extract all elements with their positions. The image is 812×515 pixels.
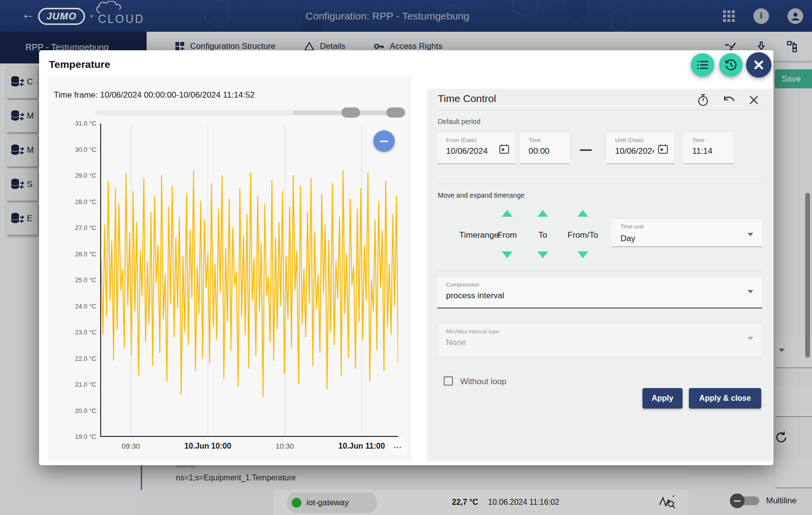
from-up-arrow[interactable] [502,210,513,217]
divider [438,110,762,110]
x-axis-tick: 09:30 [122,442,140,450]
move-expand-label: Move and expand timerange [438,191,524,199]
close-icon [753,60,764,70]
temperature-plot[interactable]: 09:30 10.Jun 10:00 10:30 10.Jun 11:00 [100,124,398,437]
close-panel-icon[interactable] [749,95,759,105]
divider [438,184,762,184]
to-down-arrow[interactable] [537,251,548,258]
minmax-interval-select[interactable]: Min/Max interval type None [437,324,762,355]
from-down-arrow[interactable] [502,251,513,258]
chevron-down-icon [748,290,753,293]
screen: ← JUMO · CLOUD Configuration: RPP - Test… [0,0,812,515]
dialog-title: Temperature [49,59,110,70]
default-period-label: Default period [438,118,480,125]
slider-handle-left[interactable] [342,107,360,118]
timerange-label: Timerange: [459,230,501,240]
x-axis-tick: 10.Jun 11:00 [339,442,385,451]
apply-close-button[interactable]: Apply & close [689,388,761,409]
time-unit-select[interactable]: Time unit Day [612,219,762,247]
chevron-down-icon [748,337,753,340]
chart-context-menu-button[interactable]: ... [389,437,406,454]
to-up-arrow[interactable] [537,210,548,217]
temperature-series [101,170,398,397]
time-frame-label: Time frame: 10/06/2024 00:00:00-10/06/20… [54,90,255,100]
date-range-dash [580,149,592,151]
temperature-dialog: Temperature Time frame: 10/06/2024 00:00… [39,50,773,465]
column-to-label: To [538,230,547,240]
divider [438,271,762,271]
history-clock-icon [725,59,737,71]
calendar-icon[interactable] [658,144,668,156]
without-loop-label: Without loop [460,377,507,387]
x-axis-tick: 10:30 [276,442,294,450]
undo-icon[interactable] [723,95,735,105]
from-date-field[interactable]: From (Date) 10/06/2024 [437,133,515,164]
time-control-panel: Time Control Default period From (Date) … [427,89,772,461]
until-time-field[interactable]: Time 11:14 [684,133,734,164]
slider-handle-right[interactable] [386,107,405,118]
calendar-icon[interactable] [499,144,510,156]
compression-select[interactable]: Compression process interval [437,277,762,309]
from-time-field[interactable]: Time 00:00 [520,133,570,164]
chart-panel: Time frame: 10/06/2024 00:00:00-10/06/20… [47,76,410,461]
y-axis-labels: 31.0 °C 30.0 °C 29.0 °C 28.0 °C 27.0 °C … [48,119,96,441]
close-dialog-button[interactable] [746,52,771,78]
until-date-field[interactable]: Until (Date) 10/06/2024 [606,133,674,164]
column-from-label: From [497,230,517,240]
list-icon [697,60,708,70]
fromto-up-arrow[interactable] [577,210,588,217]
x-axis-tick: 10.Jun 10:00 [184,442,231,451]
time-control-title: Time Control [438,93,496,104]
without-loop-checkbox[interactable] [444,376,453,386]
apply-button[interactable]: Apply [642,388,683,409]
history-button[interactable] [719,53,743,77]
list-view-button[interactable] [691,53,714,77]
stopwatch-icon[interactable] [697,94,709,106]
fromto-down-arrow[interactable] [577,251,588,258]
column-fromto-label: From/To [568,230,598,240]
chevron-down-icon [748,233,753,236]
